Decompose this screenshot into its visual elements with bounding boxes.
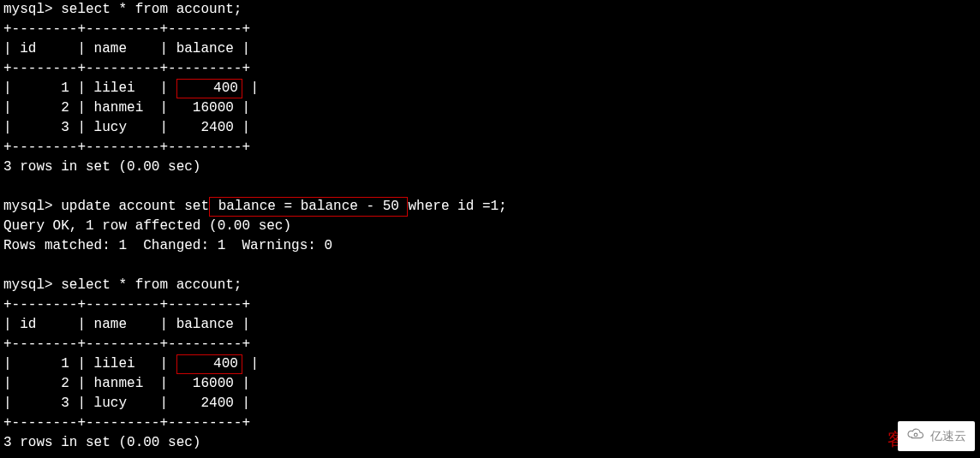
prompt: mysql> bbox=[3, 2, 53, 17]
highlighted-balance: 400 bbox=[176, 354, 242, 374]
table-border: +--------+---------+---------+ bbox=[3, 21, 250, 37]
result-summary: 3 rows in set (0.00 sec) bbox=[3, 435, 200, 450]
rows-matched: Rows matched: 1 Changed: 1 Warnings: 0 bbox=[3, 238, 332, 253]
highlighted-expression: balance = balance - 50 bbox=[209, 197, 408, 217]
prompt: mysql> bbox=[3, 277, 53, 293]
table-border: +--------+---------+---------+ bbox=[3, 336, 250, 352]
table-border: +--------+---------+---------+ bbox=[3, 61, 250, 76]
watermark: 亿速云 bbox=[898, 421, 975, 451]
table-row: | 3 | lucy | 2400 | bbox=[3, 396, 250, 411]
result-summary: 3 rows in set (0.00 sec) bbox=[3, 159, 200, 175]
table-header: | id | name | balance | bbox=[3, 317, 250, 332]
table-border: +--------+---------+---------+ bbox=[3, 415, 250, 431]
terminal[interactable]: mysql> select * from account; +--------+… bbox=[0, 0, 980, 453]
prompt: mysql> bbox=[3, 199, 53, 214]
table-header: | id | name | balance | bbox=[3, 41, 250, 57]
sql-query: select * from account; bbox=[61, 277, 242, 293]
query-ok: Query OK, 1 row affected (0.00 sec) bbox=[3, 218, 291, 234]
watermark-text: 亿速云 bbox=[930, 426, 966, 446]
table-border: +--------+---------+---------+ bbox=[3, 297, 250, 312]
cloud-icon bbox=[906, 426, 925, 446]
table-row: | 3 | lucy | 2400 | bbox=[3, 120, 250, 135]
sql-query: select * from account; bbox=[61, 2, 242, 17]
sql-query: update account set balance = balance - 5… bbox=[61, 199, 506, 214]
table-row: | 1 | lilei | 400 | bbox=[3, 356, 259, 372]
table-border: +--------+---------+---------+ bbox=[3, 140, 250, 155]
table-row: | 2 | hanmei | 16000 | bbox=[3, 100, 250, 116]
highlighted-balance: 400 bbox=[176, 79, 242, 98]
table-row: | 1 | lilei | 400 | bbox=[3, 80, 259, 96]
table-row: | 2 | hanmei | 16000 | bbox=[3, 376, 250, 391]
